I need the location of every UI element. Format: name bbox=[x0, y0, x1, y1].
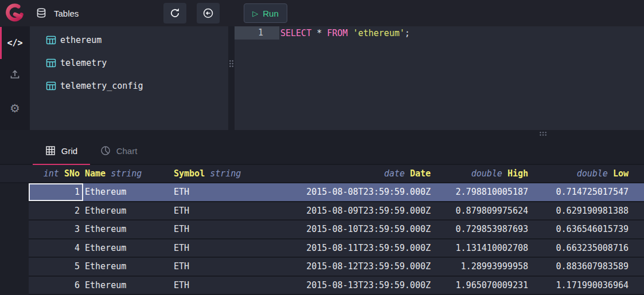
sql-token-string: 'ethereum' bbox=[353, 28, 404, 38]
collapse-panel-button[interactable] bbox=[197, 3, 220, 23]
grid-cell[interactable]: 2 bbox=[29, 202, 83, 220]
column-type: int bbox=[44, 168, 59, 179]
editor-active-line[interactable]: 1 SELECT * FROM 'ethereum'; bbox=[235, 26, 644, 40]
grid-cell[interactable]: 1 bbox=[29, 183, 83, 201]
tab-chart[interactable]: Chart bbox=[90, 137, 147, 164]
grid-cell[interactable]: 1.28993999958 bbox=[434, 258, 532, 276]
drag-handle-icon bbox=[539, 131, 547, 136]
column-header-high[interactable]: doubleHigh bbox=[434, 168, 532, 179]
grid-cell[interactable]: 1.965070009231 bbox=[434, 277, 532, 294]
grid-cell[interactable]: 2015-08-13T23:59:59.000Z bbox=[258, 277, 434, 294]
nav-rail: </> ⚙ bbox=[0, 26, 30, 130]
grid-cell[interactable]: 0.629190981388 bbox=[532, 202, 632, 220]
grid-cell[interactable]: ETH bbox=[172, 258, 258, 276]
run-query-button[interactable]: ▷ Run bbox=[244, 3, 287, 23]
grid-cell[interactable]: Ethereum bbox=[83, 221, 172, 238]
grid-cell[interactable]: 1.131410002708 bbox=[434, 239, 532, 257]
column-header-low[interactable]: doubleLow bbox=[532, 168, 632, 179]
grid-cell[interactable]: 3 bbox=[29, 221, 83, 238]
vertical-splitter[interactable] bbox=[228, 26, 235, 130]
column-name: Date bbox=[410, 168, 431, 179]
active-nav-indicator bbox=[0, 27, 2, 59]
table-list-item[interactable]: telemetry_config bbox=[30, 74, 228, 97]
questdb-logo[interactable] bbox=[0, 0, 30, 26]
grid-cell[interactable]: 6 bbox=[29, 277, 83, 294]
drag-handle-icon bbox=[229, 60, 234, 68]
grid-cell[interactable]: ETH bbox=[172, 239, 258, 257]
grid-icon bbox=[45, 145, 56, 156]
grid-cell[interactable]: Ethereum bbox=[83, 239, 172, 257]
grid-row[interactable]: 5EthereumETH2015-08-12T23:59:59.000Z1.28… bbox=[29, 258, 644, 277]
column-type: string bbox=[111, 168, 142, 179]
tab-label: Chart bbox=[116, 146, 138, 156]
grid-row[interactable]: 3EthereumETH2015-08-10T23:59:59.000Z0.72… bbox=[29, 221, 644, 239]
column-name: SNo bbox=[64, 168, 80, 179]
nav-item-console[interactable]: </> bbox=[0, 26, 30, 59]
column-header-sno[interactable]: intSNo bbox=[29, 168, 83, 179]
nav-item-settings[interactable]: ⚙ bbox=[0, 92, 30, 124]
grid-cell[interactable]: 2015-08-10T23:59:59.000Z bbox=[258, 221, 434, 238]
grid-cell[interactable]: 0.883607983589 bbox=[532, 258, 632, 276]
grid-cell[interactable]: ETH bbox=[172, 221, 258, 238]
sql-token-keyword: SELECT bbox=[280, 28, 311, 38]
grid-row[interactable]: 4EthereumETH2015-08-11T23:59:59.000Z1.13… bbox=[29, 239, 644, 258]
column-header-name[interactable]: Namestring bbox=[83, 168, 172, 179]
grid-cell[interactable]: Ethereum bbox=[83, 183, 172, 201]
table-list-item[interactable]: ethereum bbox=[30, 29, 228, 52]
grid-cell[interactable]: 2015-08-08T23:59:59.000Z bbox=[258, 183, 434, 201]
grid-cell[interactable]: 0.714725017547 bbox=[532, 183, 632, 201]
grid-cell[interactable]: 0.879809975624 bbox=[434, 202, 532, 220]
grid-cell[interactable]: ETH bbox=[172, 202, 258, 220]
grid-cell[interactable]: 0.729853987693 bbox=[434, 221, 532, 238]
column-name: Symbol bbox=[174, 168, 205, 179]
table-icon bbox=[46, 58, 56, 68]
code-icon: </> bbox=[7, 38, 22, 48]
tables-list: ethereumtelemetrytelemetry_config bbox=[30, 29, 228, 97]
table-list-item[interactable]: telemetry bbox=[30, 52, 228, 74]
grid-cell[interactable]: Ethereum bbox=[83, 258, 172, 276]
grid-cell[interactable]: 1.171990036964 bbox=[532, 277, 632, 294]
grid-cell[interactable]: ETH bbox=[172, 277, 258, 294]
refresh-tables-button[interactable] bbox=[163, 3, 186, 23]
grid-row[interactable]: 6EthereumETH2015-08-13T23:59:59.000Z1.96… bbox=[29, 277, 644, 295]
grid-cell[interactable]: ETH bbox=[172, 183, 258, 201]
database-icon bbox=[36, 7, 47, 19]
sql-token-plain: ; bbox=[405, 28, 410, 38]
questdb-console: Tables ▷ Run </> bbox=[0, 0, 644, 295]
grid-cell[interactable]: 2015-08-12T23:59:59.000Z bbox=[258, 258, 434, 276]
sql-token-keyword: FROM bbox=[327, 28, 348, 38]
column-type: string bbox=[210, 168, 241, 179]
grid-cell[interactable]: 0.663235008716 bbox=[532, 239, 632, 257]
tables-panel-title: Tables bbox=[54, 9, 79, 18]
results-panel: GridChart intSNoNamestringSymbolstringda… bbox=[0, 137, 644, 295]
nav-item-import[interactable] bbox=[0, 59, 30, 92]
column-type: date bbox=[384, 168, 405, 179]
grid-cell[interactable]: 2015-08-09T23:59:59.000Z bbox=[258, 202, 434, 220]
grid-cell[interactable]: 0.636546015739 bbox=[532, 221, 632, 238]
settings-gear-icon: ⚙ bbox=[10, 101, 20, 115]
sql-editor[interactable]: 1 SELECT * FROM 'ethereum'; bbox=[235, 26, 644, 130]
horizontal-splitter[interactable] bbox=[0, 130, 644, 137]
grid-cell[interactable]: 2.798810005187 bbox=[434, 183, 532, 201]
arrow-left-circle-icon bbox=[202, 7, 214, 19]
grid-cell[interactable]: Ethereum bbox=[83, 277, 172, 294]
refresh-icon bbox=[169, 7, 181, 19]
tab-grid[interactable]: Grid bbox=[33, 137, 90, 164]
column-name: High bbox=[508, 168, 528, 179]
grid-header-row: intSNoNamestringSymbolstringdateDatedoub… bbox=[0, 165, 644, 183]
run-button-label: Run bbox=[263, 9, 279, 18]
column-header-date[interactable]: dateDate bbox=[258, 168, 434, 179]
grid-cell[interactable]: 5 bbox=[29, 258, 83, 276]
table-icon bbox=[46, 35, 56, 45]
grid-rows: 1EthereumETH2015-08-08T23:59:59.000Z2.79… bbox=[0, 183, 644, 295]
column-header-symbol[interactable]: Symbolstring bbox=[172, 168, 258, 179]
grid-row[interactable]: 2EthereumETH2015-08-09T23:59:59.000Z0.87… bbox=[29, 202, 644, 221]
tables-panel-header: Tables bbox=[30, 0, 228, 26]
grid-cell[interactable]: Ethereum bbox=[83, 202, 172, 220]
column-name: Name bbox=[85, 168, 106, 179]
sql-statement[interactable]: SELECT * FROM 'ethereum'; bbox=[280, 28, 410, 38]
grid-cell[interactable]: 4 bbox=[29, 239, 83, 257]
questdb-logo-icon bbox=[5, 3, 25, 23]
grid-cell[interactable]: 2015-08-11T23:59:59.000Z bbox=[258, 239, 434, 257]
grid-row[interactable]: 1EthereumETH2015-08-08T23:59:59.000Z2.79… bbox=[29, 183, 644, 202]
